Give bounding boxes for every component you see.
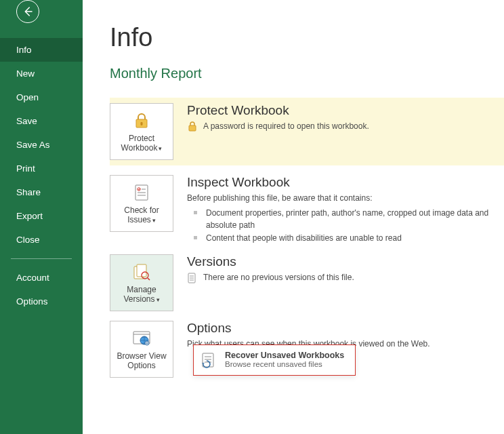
recover-icon: [201, 352, 218, 370]
sidebar-item-options[interactable]: Options: [0, 290, 83, 313]
recover-subtitle: Browse recent unsaved files: [225, 360, 344, 368]
lock-icon: [134, 113, 149, 129]
back-arrow-icon: [22, 5, 34, 18]
sidebar-item-account[interactable]: Account: [0, 266, 83, 290]
page-title: Info: [110, 23, 504, 52]
sidebar-separator: [11, 258, 72, 259]
recover-title: Recover Unsaved Workbooks: [225, 351, 344, 360]
document-icon: [187, 273, 198, 283]
section-versions: Manage Versions▾ Versions There are no p…: [110, 254, 504, 311]
protect-workbook-button[interactable]: Protect Workbook▾: [110, 103, 173, 160]
manage-versions-button[interactable]: Manage Versions▾: [110, 254, 173, 311]
list-item: Document properties, printer path, autho…: [187, 207, 496, 231]
sidebar-item-export[interactable]: Export: [0, 204, 83, 228]
svg-line-11: [148, 278, 150, 280]
chevron-down-icon: ▾: [152, 217, 156, 224]
section-protect: Protect Workbook▾ Protect Workbook A pas…: [110, 98, 504, 165]
sidebar-item-open[interactable]: Open: [0, 85, 83, 109]
protect-title: Protect Workbook: [187, 103, 496, 118]
sidebar-item-save[interactable]: Save: [0, 109, 83, 133]
sidebar-item-info[interactable]: Info: [0, 38, 83, 62]
checklist-icon: [133, 184, 150, 201]
svg-rect-2: [189, 125, 196, 131]
svg-rect-20: [203, 353, 213, 367]
backstage-sidebar: Info New Open Save Save As Print Share E…: [0, 0, 83, 434]
document-name: Monthly Report: [110, 66, 504, 81]
svg-rect-1: [141, 122, 143, 125]
sidebar-item-share[interactable]: Share: [0, 180, 83, 204]
browser-view-options-button[interactable]: Browser View Options: [110, 321, 173, 378]
sidebar-item-print[interactable]: Print: [0, 157, 83, 180]
protect-note: A password is required to open this work…: [187, 121, 496, 132]
sidebar-item-close[interactable]: Close: [0, 228, 83, 252]
versions-note: There are no previous versions of this f…: [187, 272, 496, 283]
sidebar-item-save-as[interactable]: Save As: [0, 133, 83, 157]
check-for-issues-button[interactable]: Check for Issues▾: [110, 175, 173, 232]
sidebar-item-new[interactable]: New: [0, 62, 83, 85]
globe-window-icon: [133, 331, 150, 346]
list-item: Content that people with disabilities ar…: [187, 232, 496, 244]
versions-title: Versions: [187, 254, 496, 269]
section-inspect: Check for Issues▾ Inspect Workbook Befor…: [110, 175, 504, 245]
inspect-list: Document properties, printer path, autho…: [187, 207, 496, 244]
main-panel: Info Monthly Report Protect Workbook▾ Pr…: [83, 0, 504, 434]
back-button[interactable]: [16, 0, 39, 23]
chevron-down-icon: ▾: [159, 145, 162, 152]
recover-unsaved-menu-item[interactable]: Recover Unsaved Workbooks Browse recent …: [193, 344, 356, 376]
chevron-down-icon: ▾: [156, 296, 160, 303]
inspect-note: Before publishing this file, be aware th…: [187, 193, 496, 204]
versions-icon: [133, 263, 150, 281]
inspect-title: Inspect Workbook: [187, 175, 496, 190]
lock-small-icon: [187, 121, 198, 132]
browser-title: Options: [187, 321, 496, 336]
